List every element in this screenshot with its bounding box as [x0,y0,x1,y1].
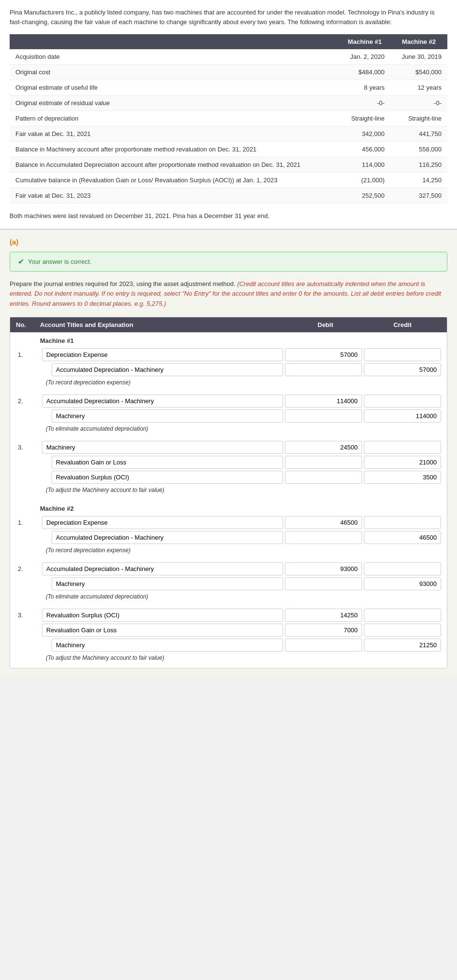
account-input[interactable] [52,363,283,376]
account-input[interactable] [42,609,283,622]
entry-num: 1. [16,519,40,526]
debit-input[interactable] [285,562,362,575]
entry-num: 1. [16,351,40,358]
row-label: Pattern of depreciation [10,111,339,126]
debit-input[interactable] [285,609,362,622]
credit-input[interactable] [364,624,441,637]
credit-input[interactable] [364,456,441,469]
credit-input[interactable] [364,516,441,529]
debit-input[interactable] [285,577,362,590]
credit-input[interactable] [364,639,441,652]
col-header-m1: Machine #1 [339,34,390,49]
row-label: Fair value at Dec. 31, 2021 [10,126,339,142]
debit-input[interactable] [285,456,362,469]
credit-input[interactable] [364,609,441,622]
account-input[interactable] [52,409,283,422]
table-row: Cumulative balance in (Revaluation Gain … [10,173,447,188]
entry-group: 3.(To adjust the Machinery account to fa… [10,439,447,500]
account-input[interactable] [52,639,283,652]
debit-input[interactable] [285,348,362,361]
entry-row: 1. [16,516,441,529]
credit-input[interactable] [364,471,441,484]
account-input[interactable] [42,441,283,454]
row-m1: 114,000 [339,157,390,173]
row-label: Original cost [10,65,339,80]
row-m2: -0- [390,95,447,111]
row-m1: Jan. 2, 2020 [339,49,390,65]
col-debit: Debit [287,321,364,328]
table-row: Original estimate of residual value -0- … [10,95,447,111]
account-input[interactable] [42,562,283,575]
entry-group: 2.(To eliminate accumulated depreciation… [10,393,447,439]
debit-input[interactable] [285,395,362,408]
account-input[interactable] [42,516,283,529]
intro-text: Pina Manufacturers Inc., a publicly list… [10,8,447,27]
check-icon: ✔ [18,257,24,266]
credit-input[interactable] [364,409,441,422]
machine-label: Machine #1 [10,332,447,346]
account-input[interactable] [52,577,283,590]
table-row: Pattern of depreciation Straight-line St… [10,111,447,126]
row-m2: 558,000 [390,142,447,157]
debit-input[interactable] [285,363,362,376]
entry-num: 3. [16,444,40,451]
entry-group: 1.(To record depreciation expense) [10,514,447,560]
machine-label: Machine #2 [10,500,447,514]
entry-row: 2. [16,395,441,408]
col-header-label [10,34,339,49]
account-input[interactable] [42,348,283,361]
entry-note: (To record depreciation expense) [16,378,441,389]
entry-note: (To adjust the Machinery account to fair… [16,486,441,496]
entry-note: (To eliminate accumulated depreciation) [16,592,441,603]
entry-row [16,624,441,637]
row-label: Original estimate of residual value [10,95,339,111]
row-m1: (21,000) [339,173,390,188]
col-header-m2: Machine #2 [390,34,447,49]
table-row: Fair value at Dec. 31, 2021 342,000 441,… [10,126,447,142]
row-m1: -0- [339,95,390,111]
entry-row [16,577,441,590]
debit-input[interactable] [285,531,362,544]
entry-num: 2. [16,565,40,572]
credit-input[interactable] [364,441,441,454]
credit-input[interactable] [364,348,441,361]
correct-banner: ✔ Your answer is correct. [10,252,447,272]
correct-text: Your answer is correct. [28,258,92,265]
debit-input[interactable] [285,639,362,652]
table-row: Balance in Accumulated Depreciation acco… [10,157,447,173]
row-m2: 116,250 [390,157,447,173]
debit-input[interactable] [285,516,362,529]
part-a-label: (a) [10,238,447,246]
entry-group: 2.(To eliminate accumulated depreciation… [10,560,447,607]
account-input[interactable] [52,471,283,484]
instructions: Prepare the journal entries required for… [10,279,447,309]
credit-input[interactable] [364,562,441,575]
table-row: Original cost $484,000 $540,000 [10,65,447,80]
debit-input[interactable] [285,441,362,454]
account-input[interactable] [52,531,283,544]
row-label: Original estimate of useful life [10,80,339,95]
account-input[interactable] [42,624,283,637]
row-m2: June 30, 2019 [390,49,447,65]
entry-row [16,409,441,422]
entry-row [16,363,441,376]
credit-input[interactable] [364,395,441,408]
entry-note: (To record depreciation expense) [16,546,441,557]
credit-input[interactable] [364,531,441,544]
col-account: Account Titles and Explanation [40,321,287,328]
credit-input[interactable] [364,363,441,376]
credit-input[interactable] [364,577,441,590]
info-table: Machine #1 Machine #2 Acquisition date J… [10,34,447,204]
debit-input[interactable] [285,471,362,484]
journal-header: No. Account Titles and Explanation Debit… [10,317,447,332]
entry-num: 3. [16,612,40,619]
row-m2: 441,750 [390,126,447,142]
account-input[interactable] [42,395,283,408]
table-row: Balance in Machinery account after propo… [10,142,447,157]
row-m1: $484,000 [339,65,390,80]
debit-input[interactable] [285,409,362,422]
row-m1: Straight-line [339,111,390,126]
debit-input[interactable] [285,624,362,637]
account-input[interactable] [52,456,283,469]
entry-note: (To eliminate accumulated depreciation) [16,424,441,435]
